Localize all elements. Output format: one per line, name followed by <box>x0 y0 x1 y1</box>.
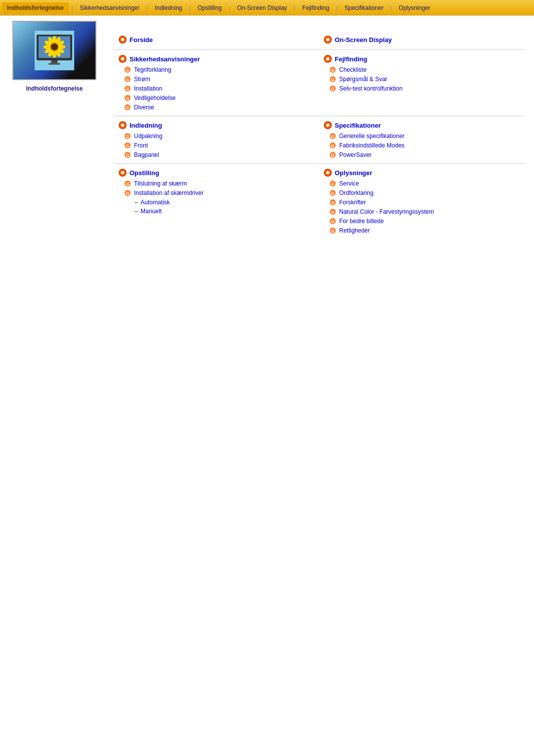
svg-text:G: G <box>126 105 129 110</box>
item-udpakning: G Udpakning <box>124 132 314 140</box>
sidebar-label[interactable]: Indholdsfortegnelse <box>26 85 83 92</box>
g-icon-diverse: G <box>124 103 132 111</box>
g-icon-tegnforklaring: G <box>124 66 132 74</box>
toc-cell-specifikationer: Specifikationer G Generelle sp <box>319 116 524 164</box>
nav-opstilling[interactable]: Opstilling <box>193 4 225 11</box>
link-forskrifter[interactable]: Forskrifter <box>339 199 366 206</box>
section-onscreen: On-Screen Display <box>324 36 519 44</box>
item-tilslutning: G Tilslutning af skærm <box>124 180 314 188</box>
g-icon-powersaver: G <box>329 151 337 159</box>
link-sikkerhed[interactable]: Sikkerhedsanvisninger <box>130 55 200 63</box>
toc-cell-oplysninger: Oplysninger G Service <box>319 164 524 239</box>
nav-oplysninger[interactable]: Oplysninger <box>395 4 434 11</box>
link-fabrik[interactable]: Fabriksindstillede Modes <box>339 142 404 149</box>
link-tilslutning[interactable]: Tilslutning af skærm <box>134 180 187 187</box>
link-tegnforklaring[interactable]: Tegnforklaring <box>134 66 171 73</box>
g-icon-front: G <box>124 142 132 149</box>
link-diverse[interactable]: Diverse <box>134 104 154 111</box>
link-front[interactable]: Front <box>134 142 148 149</box>
link-installation[interactable]: Installation <box>134 85 162 92</box>
sep-6: | <box>333 5 341 11</box>
circle-icon-oplysninger <box>324 169 332 177</box>
main-content: Forside On-Screen Display <box>109 16 534 249</box>
link-spoergsmaal[interactable]: Spørgsmål & Svar <box>339 76 387 83</box>
svg-text:G: G <box>126 77 129 82</box>
sep-1: | <box>69 5 76 11</box>
item-diverse: G Diverse <box>124 103 314 111</box>
link-forbedre[interactable]: For bedre billede <box>339 218 384 225</box>
item-automatisk: – Automatisk <box>134 198 314 206</box>
sub-items-specifikationer: G Generelle specifikationer G <box>329 132 519 159</box>
svg-text:G: G <box>126 134 129 139</box>
link-forside[interactable]: Forside <box>130 36 153 44</box>
link-powersaver[interactable]: PowerSaver <box>339 151 371 158</box>
g-icon-ordforklaring: G <box>329 189 337 197</box>
link-onscreen[interactable]: On-Screen Display <box>335 36 392 44</box>
g-icon-tilslutning: G <box>124 180 132 188</box>
link-udpakning[interactable]: Udpakning <box>134 133 162 140</box>
item-forskrifter: G Forskrifter <box>329 198 519 206</box>
section-forside: Forside <box>119 36 314 44</box>
svg-text:G: G <box>126 87 129 92</box>
item-powersaver: G PowerSaver <box>329 151 519 159</box>
link-driver[interactable]: Installation af skærmdriver <box>134 189 204 196</box>
sep-7: | <box>387 5 395 11</box>
sub-items-fejlfinding: G Checkliste G <box>329 66 519 93</box>
sub-items-opstilling: G Tilslutning af skærm G <box>124 180 314 215</box>
sep-4: | <box>226 5 233 11</box>
nav-onscreen[interactable]: On-Screen Display <box>233 4 291 11</box>
sep-5: | <box>291 5 298 11</box>
svg-text:G: G <box>331 229 334 234</box>
link-fejlfinding[interactable]: Fejlfinding <box>335 55 367 63</box>
circle-icon-forside <box>119 36 127 44</box>
svg-text:G: G <box>126 182 129 187</box>
item-rettigheder: G Rettigheder <box>329 227 519 235</box>
toc-row-4: Opstilling G Tilslutning af sk <box>114 164 524 239</box>
link-bagpanel[interactable]: Bagpanel <box>134 151 159 158</box>
link-oplysninger[interactable]: Oplysninger <box>335 169 372 177</box>
link-rettigheder[interactable]: Rettigheder <box>339 227 370 234</box>
nav-indledning[interactable]: Indledning <box>151 4 186 11</box>
nav-fejlfinding[interactable]: Fejlfinding <box>298 4 333 11</box>
link-ordforklaring[interactable]: Ordforklaring <box>339 189 373 196</box>
sidebar-image <box>12 21 96 80</box>
g-icon-spoergsmaal: G <box>329 75 337 83</box>
link-service[interactable]: Service <box>339 180 359 187</box>
link-strom[interactable]: Strøm <box>134 76 150 83</box>
g-icon-driver: G <box>124 189 132 197</box>
toc-cell-indledning: Indledning G Udpakning <box>114 116 319 164</box>
link-naturalcolor[interactable]: Natural Color - Farvestyringssystem <box>339 208 434 215</box>
g-icon-installation: G <box>124 85 132 93</box>
link-vedligeholdelse[interactable]: Vedligeholdelse <box>134 94 176 101</box>
link-automatisk[interactable]: Automatisk <box>140 199 170 206</box>
svg-text:G: G <box>331 134 334 139</box>
circle-icon-specifikationer <box>324 121 332 129</box>
g-icon-forbedre: G <box>329 217 337 225</box>
svg-text:G: G <box>331 153 334 158</box>
link-opstilling[interactable]: Opstilling <box>130 169 159 177</box>
link-indledning[interactable]: Indledning <box>130 122 162 129</box>
g-icon-checkliste: G <box>329 66 337 74</box>
g-icon-rettigheder: G <box>329 227 337 235</box>
link-checkliste[interactable]: Checkliste <box>339 66 366 73</box>
link-selvtest[interactable]: Selv-test kontrolfunktion <box>339 85 402 92</box>
svg-rect-18 <box>48 63 60 65</box>
item-service: G Service <box>329 180 519 188</box>
toc-table: Forside On-Screen Display <box>114 31 524 239</box>
link-manuelt[interactable]: Manuelt <box>140 208 162 215</box>
g-icon-generelle: G <box>329 132 337 140</box>
section-opstilling: Opstilling <box>119 169 314 177</box>
sub-items-sikkerhed: G Tegnforklaring G <box>124 66 314 111</box>
g-icon-selvtest: G <box>329 85 337 93</box>
brand-label[interactable]: Indholdsfortegnelse <box>2 2 69 13</box>
svg-rect-17 <box>51 60 58 63</box>
item-checkliste: G Checkliste <box>329 66 519 74</box>
item-naturalcolor: G Natural Color - Farvestyringssystem <box>329 208 519 216</box>
circle-icon-fejlfinding <box>324 55 332 63</box>
nav-sikkerhed[interactable]: Sikkerhedsanvisninger <box>76 4 144 11</box>
link-generelle[interactable]: Generelle specifikationer <box>339 133 404 140</box>
g-icon-service: G <box>329 180 337 188</box>
link-specifikationer[interactable]: Specifikationer <box>335 122 381 129</box>
g-icon-fabrik: G <box>329 142 337 149</box>
nav-specifikationer[interactable]: Specifikationer <box>341 4 388 11</box>
